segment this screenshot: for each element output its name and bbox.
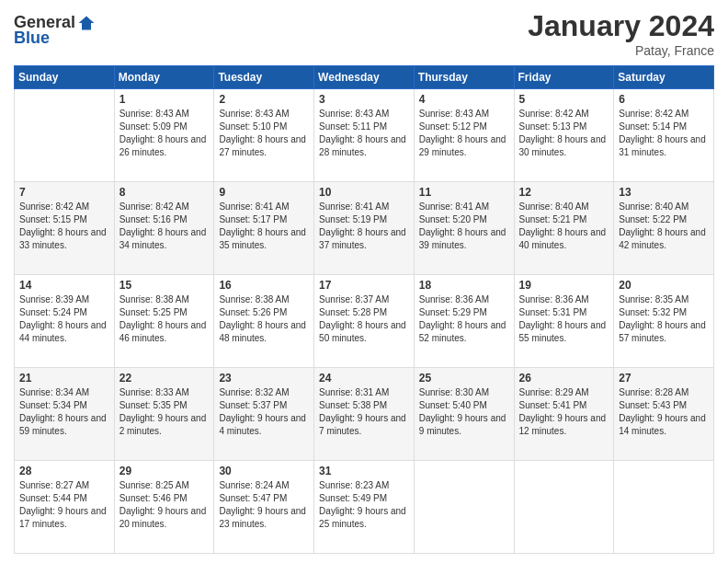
day-info: Sunrise: 8:30 AM Sunset: 5:40 PM Dayligh… bbox=[419, 386, 509, 438]
calendar-cell bbox=[414, 461, 514, 554]
day-number: 12 bbox=[519, 186, 609, 199]
day-info: Sunrise: 8:42 AM Sunset: 5:14 PM Dayligh… bbox=[619, 108, 709, 159]
day-info: Sunrise: 8:41 AM Sunset: 5:19 PM Dayligh… bbox=[319, 201, 409, 252]
day-number: 20 bbox=[619, 279, 709, 292]
day-info: Sunrise: 8:42 AM Sunset: 5:16 PM Dayligh… bbox=[119, 201, 210, 252]
calendar-cell: 13Sunrise: 8:40 AM Sunset: 5:22 PM Dayli… bbox=[614, 182, 714, 275]
calendar-cell: 17Sunrise: 8:37 AM Sunset: 5:28 PM Dayli… bbox=[314, 275, 415, 368]
calendar-cell bbox=[15, 89, 115, 182]
calendar-cell: 16Sunrise: 8:38 AM Sunset: 5:26 PM Dayli… bbox=[214, 275, 314, 368]
day-number: 28 bbox=[19, 465, 109, 477]
page: General Blue January 2024 Patay, France … bbox=[0, 0, 728, 563]
month-title: January 2024 bbox=[528, 9, 714, 43]
day-info: Sunrise: 8:37 AM Sunset: 5:28 PM Dayligh… bbox=[319, 293, 409, 345]
day-number: 21 bbox=[19, 372, 109, 385]
day-info: Sunrise: 8:43 AM Sunset: 5:09 PM Dayligh… bbox=[119, 108, 210, 159]
day-number: 13 bbox=[619, 186, 709, 199]
calendar-cell: 21Sunrise: 8:34 AM Sunset: 5:34 PM Dayli… bbox=[15, 368, 115, 461]
day-number: 8 bbox=[119, 186, 210, 199]
calendar-cell: 6Sunrise: 8:42 AM Sunset: 5:14 PM Daylig… bbox=[614, 89, 714, 182]
calendar-cell: 18Sunrise: 8:36 AM Sunset: 5:29 PM Dayli… bbox=[414, 275, 514, 368]
day-number: 26 bbox=[519, 372, 609, 385]
day-info: Sunrise: 8:36 AM Sunset: 5:31 PM Dayligh… bbox=[519, 293, 609, 345]
day-info: Sunrise: 8:43 AM Sunset: 5:10 PM Dayligh… bbox=[219, 108, 309, 159]
day-number: 29 bbox=[119, 465, 210, 477]
day-number: 2 bbox=[219, 93, 309, 106]
day-number: 14 bbox=[19, 279, 109, 292]
day-number: 25 bbox=[419, 372, 509, 385]
calendar-cell: 20Sunrise: 8:35 AM Sunset: 5:32 PM Dayli… bbox=[614, 275, 714, 368]
calendar-cell: 10Sunrise: 8:41 AM Sunset: 5:19 PM Dayli… bbox=[314, 182, 415, 275]
day-info: Sunrise: 8:34 AM Sunset: 5:34 PM Dayligh… bbox=[19, 386, 109, 438]
col-wednesday: Wednesday bbox=[314, 66, 415, 89]
calendar-cell: 27Sunrise: 8:28 AM Sunset: 5:43 PM Dayli… bbox=[614, 368, 714, 461]
day-number: 11 bbox=[419, 186, 509, 199]
day-info: Sunrise: 8:24 AM Sunset: 5:47 PM Dayligh… bbox=[219, 479, 309, 531]
calendar-cell: 9Sunrise: 8:41 AM Sunset: 5:17 PM Daylig… bbox=[214, 182, 314, 275]
day-number: 17 bbox=[319, 279, 409, 292]
calendar-cell: 26Sunrise: 8:29 AM Sunset: 5:41 PM Dayli… bbox=[514, 368, 614, 461]
day-number: 6 bbox=[619, 93, 709, 106]
day-info: Sunrise: 8:36 AM Sunset: 5:29 PM Dayligh… bbox=[419, 293, 509, 345]
calendar-cell: 23Sunrise: 8:32 AM Sunset: 5:37 PM Dayli… bbox=[214, 368, 314, 461]
col-saturday: Saturday bbox=[614, 66, 714, 89]
title-area: January 2024 Patay, France bbox=[528, 9, 714, 58]
day-info: Sunrise: 8:43 AM Sunset: 5:12 PM Dayligh… bbox=[419, 108, 509, 159]
day-info: Sunrise: 8:38 AM Sunset: 5:25 PM Dayligh… bbox=[119, 293, 210, 345]
calendar-header-row: Sunday Monday Tuesday Wednesday Thursday… bbox=[15, 66, 714, 89]
calendar-cell: 1Sunrise: 8:43 AM Sunset: 5:09 PM Daylig… bbox=[114, 89, 214, 182]
calendar-week-row-4: 28Sunrise: 8:27 AM Sunset: 5:44 PM Dayli… bbox=[15, 461, 714, 554]
calendar-cell: 22Sunrise: 8:33 AM Sunset: 5:35 PM Dayli… bbox=[114, 368, 214, 461]
day-number: 23 bbox=[219, 372, 309, 385]
day-info: Sunrise: 8:40 AM Sunset: 5:21 PM Dayligh… bbox=[519, 201, 609, 252]
day-number: 31 bbox=[319, 465, 409, 477]
day-number: 30 bbox=[219, 465, 309, 477]
calendar-cell bbox=[514, 461, 614, 554]
calendar-cell: 31Sunrise: 8:23 AM Sunset: 5:49 PM Dayli… bbox=[314, 461, 415, 554]
calendar-cell: 15Sunrise: 8:38 AM Sunset: 5:25 PM Dayli… bbox=[114, 275, 214, 368]
logo-icon bbox=[77, 14, 96, 32]
calendar-cell: 12Sunrise: 8:40 AM Sunset: 5:21 PM Dayli… bbox=[514, 182, 614, 275]
day-number: 19 bbox=[519, 279, 609, 292]
day-info: Sunrise: 8:41 AM Sunset: 5:17 PM Dayligh… bbox=[219, 201, 309, 252]
day-info: Sunrise: 8:29 AM Sunset: 5:41 PM Dayligh… bbox=[519, 386, 609, 438]
day-info: Sunrise: 8:39 AM Sunset: 5:24 PM Dayligh… bbox=[19, 293, 109, 345]
calendar-cell: 5Sunrise: 8:42 AM Sunset: 5:13 PM Daylig… bbox=[514, 89, 614, 182]
calendar-table: Sunday Monday Tuesday Wednesday Thursday… bbox=[14, 65, 714, 554]
day-info: Sunrise: 8:25 AM Sunset: 5:46 PM Dayligh… bbox=[119, 479, 210, 531]
calendar-cell: 19Sunrise: 8:36 AM Sunset: 5:31 PM Dayli… bbox=[514, 275, 614, 368]
day-number: 22 bbox=[119, 372, 210, 385]
day-info: Sunrise: 8:31 AM Sunset: 5:38 PM Dayligh… bbox=[319, 386, 409, 438]
day-number: 5 bbox=[519, 93, 609, 106]
calendar-week-row-0: 1Sunrise: 8:43 AM Sunset: 5:09 PM Daylig… bbox=[15, 89, 714, 182]
day-info: Sunrise: 8:32 AM Sunset: 5:37 PM Dayligh… bbox=[219, 386, 309, 438]
calendar-cell: 2Sunrise: 8:43 AM Sunset: 5:10 PM Daylig… bbox=[214, 89, 314, 182]
calendar-cell: 24Sunrise: 8:31 AM Sunset: 5:38 PM Dayli… bbox=[314, 368, 415, 461]
header: General Blue January 2024 Patay, France bbox=[14, 9, 714, 58]
day-info: Sunrise: 8:38 AM Sunset: 5:26 PM Dayligh… bbox=[219, 293, 309, 345]
day-info: Sunrise: 8:23 AM Sunset: 5:49 PM Dayligh… bbox=[319, 479, 409, 531]
day-number: 4 bbox=[419, 93, 509, 106]
day-number: 1 bbox=[119, 93, 210, 106]
subtitle: Patay, France bbox=[528, 43, 714, 58]
day-number: 10 bbox=[319, 186, 409, 199]
day-info: Sunrise: 8:41 AM Sunset: 5:20 PM Dayligh… bbox=[419, 201, 509, 252]
col-tuesday: Tuesday bbox=[214, 66, 314, 89]
col-thursday: Thursday bbox=[414, 66, 514, 89]
logo: General Blue bbox=[14, 13, 96, 48]
day-info: Sunrise: 8:40 AM Sunset: 5:22 PM Dayligh… bbox=[619, 201, 709, 252]
day-info: Sunrise: 8:28 AM Sunset: 5:43 PM Dayligh… bbox=[619, 386, 709, 438]
calendar-week-row-3: 21Sunrise: 8:34 AM Sunset: 5:34 PM Dayli… bbox=[15, 368, 714, 461]
svg-marker-0 bbox=[79, 16, 95, 29]
day-info: Sunrise: 8:35 AM Sunset: 5:32 PM Dayligh… bbox=[619, 293, 709, 345]
day-info: Sunrise: 8:42 AM Sunset: 5:13 PM Dayligh… bbox=[519, 108, 609, 159]
day-number: 15 bbox=[119, 279, 210, 292]
day-number: 7 bbox=[19, 186, 109, 199]
day-info: Sunrise: 8:27 AM Sunset: 5:44 PM Dayligh… bbox=[19, 479, 109, 531]
col-friday: Friday bbox=[514, 66, 614, 89]
logo-blue: Blue bbox=[14, 29, 50, 48]
calendar-cell: 7Sunrise: 8:42 AM Sunset: 5:15 PM Daylig… bbox=[15, 182, 115, 275]
calendar-cell bbox=[614, 461, 714, 554]
day-number: 9 bbox=[219, 186, 309, 199]
calendar-cell: 8Sunrise: 8:42 AM Sunset: 5:16 PM Daylig… bbox=[114, 182, 214, 275]
